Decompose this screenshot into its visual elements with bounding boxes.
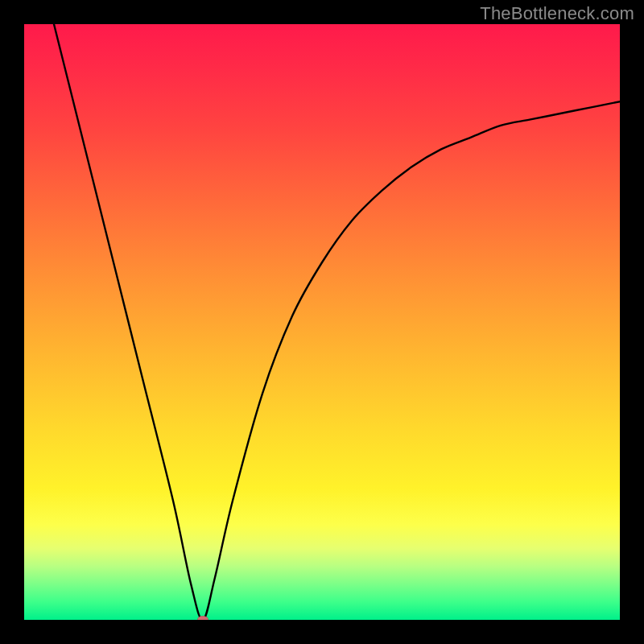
curve-svg [24, 24, 620, 620]
chart-frame: TheBottleneck.com [0, 0, 644, 644]
plot-area [24, 24, 620, 620]
bottleneck-curve [24, 24, 620, 620]
watermark-text: TheBottleneck.com [480, 3, 634, 24]
minimum-marker [197, 616, 208, 620]
